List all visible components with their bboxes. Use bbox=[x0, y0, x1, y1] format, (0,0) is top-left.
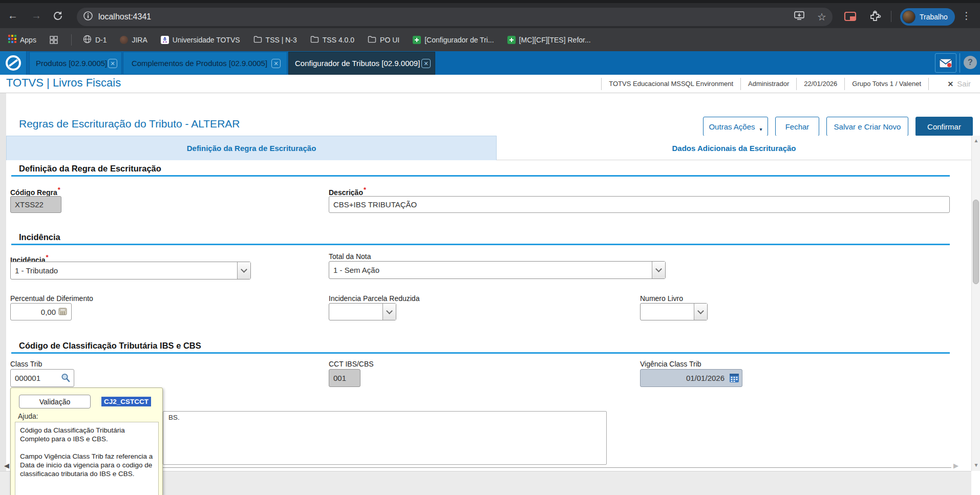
help-paragraph: Código da Classificação Tributária Compl… bbox=[20, 426, 154, 443]
app-brand: TOTVS | Livros Fiscais bbox=[6, 76, 121, 90]
validation-button[interactable]: Validação bbox=[19, 395, 91, 408]
logout-button[interactable]: ✕ Sair bbox=[948, 75, 971, 93]
group-label[interactable]: Grupo Totvs 1 / Valenet bbox=[844, 78, 929, 90]
bookmark-universidade-totvs[interactable]: Universidade TOTVS bbox=[161, 36, 240, 44]
calendar-icon[interactable] bbox=[729, 373, 739, 385]
site-info-icon[interactable] bbox=[83, 11, 93, 23]
search-icon[interactable] bbox=[60, 373, 71, 385]
back-icon[interactable]: ← bbox=[5, 3, 20, 28]
confirm-label: Confirmar bbox=[927, 122, 961, 131]
university-icon bbox=[161, 36, 169, 44]
apps-shortcut[interactable]: Apps bbox=[8, 35, 36, 45]
cct-ibs-cbs-input bbox=[329, 369, 360, 387]
bookmark-configurador[interactable]: [Configurador de Tri... bbox=[413, 36, 494, 44]
close-icon[interactable]: ✕ bbox=[271, 59, 281, 68]
field-help-tooltip: Validação CJ2_CSTCCT Ajuda: Código da Cl… bbox=[10, 388, 163, 495]
workspace-tab-produtos[interactable]: Produtos [02.9.0005] ✕ bbox=[29, 52, 122, 75]
logout-label: Sair bbox=[957, 79, 971, 88]
section-title-definicao: Definição da Regra de Escrituração bbox=[19, 164, 161, 174]
help-icon[interactable]: ? bbox=[964, 56, 977, 69]
vigencia-class-trib-label: Vigência Class Trib bbox=[640, 360, 701, 368]
tab-preview-icon[interactable] bbox=[844, 11, 857, 25]
chevron-down-icon[interactable] bbox=[694, 304, 707, 320]
chevron-down-icon[interactable] bbox=[652, 262, 665, 278]
reload-icon[interactable] bbox=[52, 10, 63, 24]
required-mark: * bbox=[58, 186, 60, 193]
chevron-down-icon[interactable] bbox=[237, 262, 250, 279]
close-button[interactable]: Fechar bbox=[775, 117, 819, 136]
workspace-divider bbox=[960, 53, 960, 73]
scroll-up-icon[interactable]: ▲ bbox=[972, 138, 980, 143]
browser-toolbar: ← → localhost:4341 ☆ Trabalho ⋮ bbox=[0, 0, 980, 28]
required-mark: * bbox=[46, 253, 48, 261]
workspace-tab-complementos[interactable]: Complementos de Produtos [02.9.0005] ✕ bbox=[123, 52, 287, 75]
close-icon[interactable]: ✕ bbox=[108, 59, 117, 68]
field-code-selected[interactable]: CJ2_CSTCCT bbox=[101, 397, 151, 406]
scroll-right-icon[interactable]: ▶ bbox=[953, 462, 958, 469]
profile-button[interactable]: Trabalho bbox=[900, 8, 955, 26]
totvs-logo[interactable] bbox=[0, 51, 27, 75]
bookmark-d1[interactable]: D-1 bbox=[83, 35, 107, 45]
globe-icon bbox=[83, 35, 92, 45]
codigo-regra-label: Código Regra* bbox=[10, 186, 60, 197]
incidencia-select[interactable]: 1 - Tributado bbox=[10, 262, 251, 279]
page-title: Regras de Escrituração do Tributo - ALTE… bbox=[19, 118, 240, 130]
reading-list-icon[interactable] bbox=[50, 36, 58, 44]
install-icon[interactable] bbox=[794, 11, 805, 23]
environment-label: TOTVS Educacional MSSQL Environment bbox=[601, 78, 740, 90]
section-rule bbox=[11, 244, 950, 245]
bookmark-tss-400[interactable]: TSS 4.0.0 bbox=[310, 35, 354, 45]
date-label: 22/01/2026 bbox=[796, 78, 844, 90]
vertical-scrollbar-thumb[interactable] bbox=[973, 200, 979, 284]
bookmark-star-icon[interactable]: ☆ bbox=[817, 11, 826, 23]
profile-label: Trabalho bbox=[920, 13, 948, 21]
parcela-reduzida-select[interactable] bbox=[329, 303, 396, 320]
close-icon[interactable]: ✕ bbox=[421, 59, 431, 68]
scroll-down-icon[interactable]: ▼ bbox=[972, 462, 980, 468]
forward-icon[interactable]: → bbox=[29, 3, 44, 28]
apps-label: Apps bbox=[20, 36, 36, 44]
bookmark-label: [MC][CF][TES] Refor... bbox=[519, 36, 591, 44]
extensions-icon[interactable] bbox=[869, 10, 881, 25]
screen: ← → localhost:4341 ☆ Trabalho ⋮ bbox=[0, 0, 980, 495]
confirm-button[interactable]: Confirmar bbox=[915, 117, 973, 136]
bookmarks-divider bbox=[71, 34, 72, 46]
mail-button[interactable] bbox=[935, 53, 956, 73]
form-tab-label: Definição da Regra de Escrituração bbox=[187, 144, 316, 153]
total-nota-select[interactable]: 1 - Sem Ação bbox=[329, 261, 666, 279]
tab-definicao-regra[interactable]: Definição da Regra de Escrituração bbox=[6, 136, 497, 160]
scroll-left-icon[interactable]: ◀ bbox=[4, 462, 9, 469]
vertical-scrollbar[interactable]: ▲ ▼ bbox=[971, 136, 980, 471]
help-text-box: Código da Classificação Tributária Compl… bbox=[15, 422, 159, 495]
chevron-down-icon[interactable] bbox=[382, 304, 396, 320]
class-trib-help-textarea[interactable]: BS. bbox=[163, 411, 607, 465]
tab-dados-adicionais[interactable]: Dados Adicionais da Escrituração bbox=[497, 136, 971, 160]
section-title-incidencia: Incidência bbox=[19, 232, 60, 242]
sheet-icon bbox=[507, 36, 516, 44]
help-title: Ajuda: bbox=[18, 412, 38, 420]
bookmark-jira[interactable]: JIRA bbox=[120, 36, 147, 44]
header-meta: TOTVS Educacional MSSQL Environment Admi… bbox=[601, 75, 929, 93]
close-icon: ✕ bbox=[948, 80, 954, 88]
bookmarks-bar: Apps D-1 JIRA Universidade TOTVS TSS bbox=[0, 28, 980, 51]
bookmark-tss-n3[interactable]: TSS | N-3 bbox=[253, 35, 297, 45]
browser-menu-icon[interactable]: ⋮ bbox=[962, 10, 971, 21]
section-rule bbox=[11, 352, 950, 354]
descricao-input[interactable] bbox=[329, 196, 950, 213]
bookmark-label: Universidade TOTVS bbox=[173, 36, 240, 44]
numero-livro-label: Numero Livro bbox=[640, 294, 683, 303]
workspace-tab-configurador-active[interactable]: Configurador de Tributos [02.9.0009] ✕ bbox=[288, 52, 435, 75]
other-actions-button[interactable]: Outras Ações ▾ bbox=[703, 117, 768, 136]
sheet-icon bbox=[413, 36, 421, 44]
save-and-new-button[interactable]: Salvar e Criar Novo bbox=[826, 117, 908, 136]
calculator-icon[interactable] bbox=[58, 308, 67, 317]
bookmark-label: PO UI bbox=[380, 36, 399, 44]
bookmark-label: [Configurador de Tri... bbox=[424, 36, 494, 44]
url-text[interactable]: localhost:4341 bbox=[98, 12, 794, 21]
bookmark-mc-cf-tes[interactable]: [MC][CF][TES] Refor... bbox=[507, 36, 591, 44]
section-title-classificacao: Código de Classificação Tributária IBS e… bbox=[19, 341, 201, 351]
address-bar[interactable]: localhost:4341 ☆ bbox=[77, 8, 833, 26]
bookmark-label: D-1 bbox=[95, 36, 107, 44]
numero-livro-select[interactable] bbox=[640, 303, 708, 320]
bookmark-po-ui[interactable]: PO UI bbox=[368, 35, 399, 45]
